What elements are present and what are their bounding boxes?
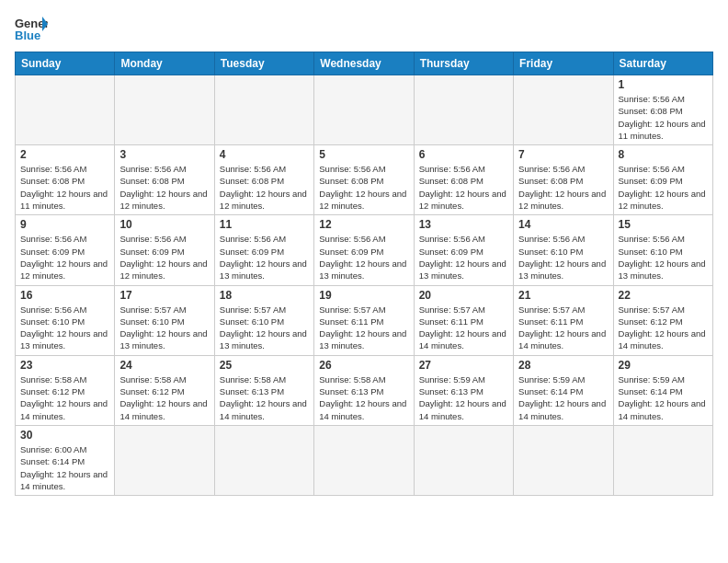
day-number: 24	[119, 359, 209, 372]
day-info: Sunrise: 5:56 AM Sunset: 6:09 PM Dayligh…	[220, 233, 309, 282]
weekday-header-saturday: Saturday	[613, 52, 712, 75]
calendar-day-cell: 21Sunrise: 5:57 AM Sunset: 6:11 PM Dayli…	[514, 285, 613, 355]
day-info: Sunrise: 5:56 AM Sunset: 6:08 PM Dayligh…	[220, 163, 309, 212]
day-number: 18	[220, 289, 309, 302]
day-number: 15	[619, 218, 708, 231]
weekday-header-row: SundayMondayTuesdayWednesdayThursdayFrid…	[16, 52, 713, 75]
calendar-day-cell: 28Sunrise: 5:59 AM Sunset: 6:14 PM Dayli…	[514, 355, 613, 425]
svg-text:Blue: Blue	[15, 29, 40, 42]
day-number: 2	[20, 148, 109, 161]
weekday-header-thursday: Thursday	[414, 52, 513, 75]
day-info: Sunrise: 5:59 AM Sunset: 6:14 PM Dayligh…	[619, 373, 708, 422]
calendar-week-2: 2Sunrise: 5:56 AM Sunset: 6:08 PM Daylig…	[16, 145, 713, 215]
day-number: 4	[220, 148, 309, 161]
calendar-day-cell	[514, 425, 613, 495]
calendar-day-cell	[414, 425, 513, 495]
day-number: 16	[20, 289, 109, 302]
calendar-day-cell: 6Sunrise: 5:56 AM Sunset: 6:08 PM Daylig…	[414, 145, 513, 215]
day-info: Sunrise: 5:56 AM Sunset: 6:08 PM Dayligh…	[619, 93, 708, 142]
day-info: Sunrise: 5:57 AM Sunset: 6:11 PM Dayligh…	[518, 304, 608, 352]
day-info: Sunrise: 6:00 AM Sunset: 6:14 PM Dayligh…	[20, 443, 109, 492]
calendar-day-cell: 12Sunrise: 5:56 AM Sunset: 6:09 PM Dayli…	[314, 215, 414, 285]
day-info: Sunrise: 5:56 AM Sunset: 6:08 PM Dayligh…	[20, 163, 109, 212]
day-info: Sunrise: 5:57 AM Sunset: 6:11 PM Dayligh…	[419, 304, 508, 352]
calendar-day-cell: 25Sunrise: 5:58 AM Sunset: 6:13 PM Dayli…	[214, 355, 313, 425]
day-number: 23	[20, 359, 109, 372]
day-info: Sunrise: 5:57 AM Sunset: 6:11 PM Dayligh…	[319, 304, 408, 352]
day-info: Sunrise: 5:58 AM Sunset: 6:12 PM Dayligh…	[20, 373, 109, 422]
day-number: 6	[419, 148, 508, 161]
calendar-day-cell: 8Sunrise: 5:56 AM Sunset: 6:09 PM Daylig…	[613, 145, 712, 215]
calendar-day-cell: 16Sunrise: 5:56 AM Sunset: 6:10 PM Dayli…	[16, 285, 115, 355]
calendar-day-cell: 1Sunrise: 5:56 AM Sunset: 6:08 PM Daylig…	[613, 75, 712, 145]
day-info: Sunrise: 5:58 AM Sunset: 6:13 PM Dayligh…	[319, 373, 408, 422]
calendar-day-cell: 17Sunrise: 5:57 AM Sunset: 6:10 PM Dayli…	[115, 285, 214, 355]
calendar-day-cell	[514, 75, 613, 145]
day-info: Sunrise: 5:56 AM Sunset: 6:08 PM Dayligh…	[319, 163, 408, 212]
day-number: 25	[220, 359, 309, 372]
day-info: Sunrise: 5:59 AM Sunset: 6:13 PM Dayligh…	[419, 373, 508, 422]
day-info: Sunrise: 5:56 AM Sunset: 6:09 PM Dayligh…	[20, 233, 109, 282]
day-info: Sunrise: 5:59 AM Sunset: 6:14 PM Dayligh…	[518, 373, 608, 422]
day-info: Sunrise: 5:56 AM Sunset: 6:08 PM Dayligh…	[419, 163, 508, 212]
day-number: 5	[319, 148, 408, 161]
calendar-day-cell	[314, 75, 414, 145]
calendar-day-cell: 20Sunrise: 5:57 AM Sunset: 6:11 PM Dayli…	[414, 285, 513, 355]
day-number: 11	[220, 218, 309, 231]
calendar-day-cell: 27Sunrise: 5:59 AM Sunset: 6:13 PM Dayli…	[414, 355, 513, 425]
calendar-day-cell: 9Sunrise: 5:56 AM Sunset: 6:09 PM Daylig…	[16, 215, 115, 285]
calendar-week-5: 23Sunrise: 5:58 AM Sunset: 6:12 PM Dayli…	[16, 355, 713, 425]
weekday-header-sunday: Sunday	[16, 52, 115, 75]
calendar-day-cell	[115, 75, 214, 145]
day-number: 21	[518, 289, 608, 302]
calendar-day-cell: 29Sunrise: 5:59 AM Sunset: 6:14 PM Dayli…	[613, 355, 712, 425]
calendar-week-6: 30Sunrise: 6:00 AM Sunset: 6:14 PM Dayli…	[16, 425, 713, 495]
weekday-header-tuesday: Tuesday	[214, 52, 313, 75]
day-number: 29	[619, 359, 708, 372]
calendar-day-cell: 2Sunrise: 5:56 AM Sunset: 6:08 PM Daylig…	[16, 145, 115, 215]
calendar-day-cell	[214, 425, 313, 495]
day-number: 1	[619, 78, 708, 91]
calendar-table: SundayMondayTuesdayWednesdayThursdayFrid…	[15, 52, 713, 496]
day-info: Sunrise: 5:56 AM Sunset: 6:10 PM Dayligh…	[20, 304, 109, 352]
day-info: Sunrise: 5:56 AM Sunset: 6:10 PM Dayligh…	[619, 233, 708, 282]
day-info: Sunrise: 5:58 AM Sunset: 6:13 PM Dayligh…	[220, 373, 309, 422]
calendar-day-cell: 26Sunrise: 5:58 AM Sunset: 6:13 PM Dayli…	[314, 355, 414, 425]
calendar-day-cell: 10Sunrise: 5:56 AM Sunset: 6:09 PM Dayli…	[115, 215, 214, 285]
day-info: Sunrise: 5:56 AM Sunset: 6:09 PM Dayligh…	[319, 233, 408, 282]
day-number: 30	[20, 429, 109, 442]
calendar-day-cell	[414, 75, 513, 145]
day-number: 12	[319, 218, 408, 231]
day-info: Sunrise: 5:56 AM Sunset: 6:09 PM Dayligh…	[419, 233, 508, 282]
day-info: Sunrise: 5:56 AM Sunset: 6:09 PM Dayligh…	[119, 233, 209, 282]
calendar-day-cell: 14Sunrise: 5:56 AM Sunset: 6:10 PM Dayli…	[514, 215, 613, 285]
day-info: Sunrise: 5:57 AM Sunset: 6:10 PM Dayligh…	[119, 304, 209, 352]
day-number: 19	[319, 289, 408, 302]
weekday-header-monday: Monday	[115, 52, 214, 75]
day-number: 20	[419, 289, 508, 302]
day-info: Sunrise: 5:56 AM Sunset: 6:08 PM Dayligh…	[119, 163, 209, 212]
calendar-day-cell: 11Sunrise: 5:56 AM Sunset: 6:09 PM Dayli…	[214, 215, 313, 285]
day-number: 9	[20, 218, 109, 231]
calendar-week-1: 1Sunrise: 5:56 AM Sunset: 6:08 PM Daylig…	[16, 75, 713, 145]
day-info: Sunrise: 5:58 AM Sunset: 6:12 PM Dayligh…	[119, 373, 209, 422]
page-header: General Blue	[15, 15, 713, 42]
day-number: 27	[419, 359, 508, 372]
calendar-day-cell: 19Sunrise: 5:57 AM Sunset: 6:11 PM Dayli…	[314, 285, 414, 355]
day-number: 10	[119, 218, 209, 231]
day-info: Sunrise: 5:56 AM Sunset: 6:08 PM Dayligh…	[518, 163, 608, 212]
day-info: Sunrise: 5:56 AM Sunset: 6:10 PM Dayligh…	[518, 233, 608, 282]
day-info: Sunrise: 5:56 AM Sunset: 6:09 PM Dayligh…	[619, 163, 708, 212]
day-number: 8	[619, 148, 708, 161]
calendar-day-cell: 4Sunrise: 5:56 AM Sunset: 6:08 PM Daylig…	[214, 145, 313, 215]
calendar-day-cell: 5Sunrise: 5:56 AM Sunset: 6:08 PM Daylig…	[314, 145, 414, 215]
calendar-day-cell	[115, 425, 214, 495]
calendar-day-cell: 30Sunrise: 6:00 AM Sunset: 6:14 PM Dayli…	[16, 425, 115, 495]
day-number: 14	[518, 218, 608, 231]
calendar-week-4: 16Sunrise: 5:56 AM Sunset: 6:10 PM Dayli…	[16, 285, 713, 355]
calendar-day-cell	[16, 75, 115, 145]
calendar-day-cell: 15Sunrise: 5:56 AM Sunset: 6:10 PM Dayli…	[613, 215, 712, 285]
calendar-day-cell: 24Sunrise: 5:58 AM Sunset: 6:12 PM Dayli…	[115, 355, 214, 425]
calendar-day-cell	[214, 75, 313, 145]
calendar-week-3: 9Sunrise: 5:56 AM Sunset: 6:09 PM Daylig…	[16, 215, 713, 285]
